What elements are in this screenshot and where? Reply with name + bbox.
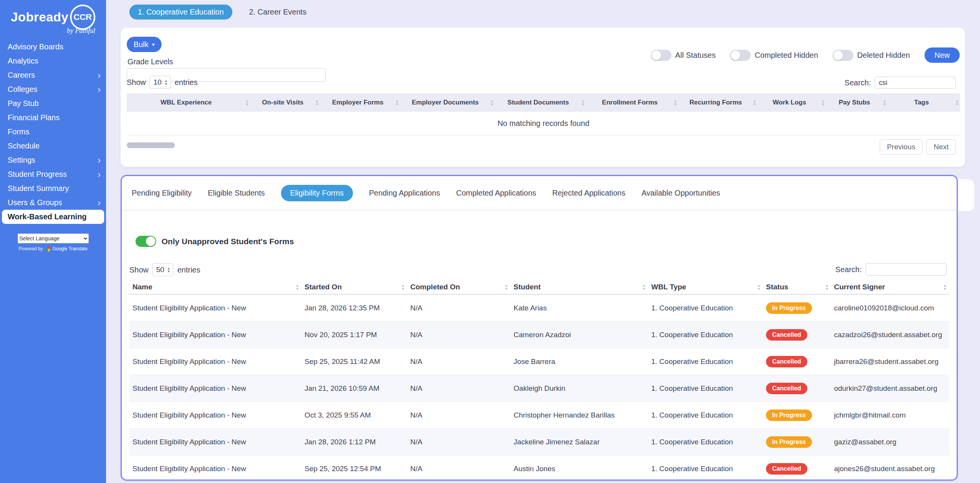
toggle-switch[interactable] [730, 50, 751, 61]
page-size-select[interactable]: 50 ▴▾ [152, 263, 173, 276]
tab-1-cooperative-education[interactable]: 1. Cooperative Education [129, 5, 232, 20]
toggle-switch[interactable] [651, 50, 671, 61]
sort-icon[interactable]: ▴▾ [826, 284, 828, 290]
sidebar-item-forms[interactable]: Forms [0, 125, 106, 139]
search-input[interactable] [866, 263, 947, 276]
column-header-employer-documents[interactable]: Employer Documents▴▾ [400, 93, 495, 112]
show-label: Show [129, 266, 149, 274]
cell-current-signer: jbarrera26@student.assabet.org [831, 357, 949, 366]
cell-completed-on: N/A [407, 304, 511, 312]
column-header-current-signer[interactable]: Current Signer▴▾ [831, 280, 949, 294]
sidebar-item-analytics[interactable]: Analytics [0, 54, 106, 68]
table-row[interactable]: Student Eligibility Application - NewNov… [129, 321, 949, 348]
status-badge: In Progress [766, 302, 812, 314]
sort-icon[interactable]: ▴▾ [884, 99, 886, 106]
toggle-switch[interactable] [833, 50, 853, 61]
sort-icon[interactable]: ▴▾ [505, 284, 508, 290]
tab-2-career-events[interactable]: 2. Career Events [249, 8, 307, 16]
cell-completed-on: N/A [407, 438, 511, 446]
column-header-student-documents[interactable]: Student Documents▴▾ [495, 93, 586, 112]
sort-icon[interactable]: ▴▾ [753, 99, 756, 106]
table-row[interactable]: Student Eligibility Application - NewSep… [129, 348, 949, 375]
sidebar-item-careers[interactable]: Careers› [0, 68, 106, 82]
search-input[interactable] [875, 77, 956, 89]
toggle-deleted-hidden[interactable]: Deleted Hidden [833, 50, 910, 61]
show-label: Show [127, 78, 146, 87]
sort-icon[interactable]: ▴▾ [758, 284, 760, 290]
sidebar-item-advisory-boards[interactable]: Advisory Boards [0, 40, 106, 54]
toggle-switch[interactable] [136, 236, 156, 247]
search-label: Search: [844, 78, 871, 87]
status-badge: Cancelled [766, 329, 807, 341]
sidebar-item-colleges[interactable]: Colleges› [0, 82, 106, 96]
sidebar-item-financial-plans[interactable]: Financial Plans [0, 111, 106, 125]
sidebar-item-schedule[interactable]: Schedule [0, 139, 106, 153]
page-size-select[interactable]: 10 ▴▾ [150, 76, 171, 89]
table-row[interactable]: Student Eligibility Application - NewJan… [129, 295, 949, 321]
column-header-status[interactable]: Status▴▾ [763, 280, 831, 294]
sidebar-item-pay-stub[interactable]: Pay Stub [0, 96, 106, 111]
toggle-only-unapproved-forms[interactable]: Only Unapproved Student's Forms [136, 236, 294, 247]
column-header-on-site-visits[interactable]: On-site Visits▴▾ [250, 93, 320, 112]
column-header-student[interactable]: Student▴▾ [511, 280, 648, 294]
sort-icon[interactable]: ▴▾ [491, 99, 493, 106]
sidebar-item-users-groups[interactable]: Users & Groups› [0, 196, 106, 210]
cell-current-signer: gaziz@assabet.org [831, 438, 949, 446]
column-header-completed-on[interactable]: Completed On▴▾ [407, 280, 511, 294]
column-header-started-on[interactable]: Started On▴▾ [302, 280, 407, 294]
bulk-button[interactable]: Bulk ▾ [127, 37, 162, 52]
tab-pending-eligibility[interactable]: Pending Eligibility [132, 189, 192, 197]
forms-table-body: Student Eligibility Application - NewJan… [129, 295, 949, 481]
sidebar-item-settings[interactable]: Settings› [0, 153, 106, 167]
column-header-tags[interactable]: Tags▴▾ [888, 93, 960, 112]
column-header-work-logs[interactable]: Work Logs▴▾ [758, 93, 826, 112]
app-logo[interactable]: Jobready CCR by Pathful [0, 0, 106, 35]
column-header-recurring-forms[interactable]: Recurring Forms▴▾ [678, 93, 758, 112]
status-badge: Cancelled [766, 463, 807, 475]
cell-name: Student Eligibility Application - New [129, 357, 302, 366]
language-select[interactable]: Select Language [18, 233, 89, 243]
column-header-pay-stubs[interactable]: Pay Stubs▴▾ [826, 93, 887, 112]
column-header-enrollment-forms[interactable]: Enrollment Forms▴▾ [586, 93, 678, 112]
toggle-completed-hidden[interactable]: Completed Hidden [730, 50, 818, 61]
cell-started-on: Jan 21, 2026 10:59 AM [302, 384, 407, 393]
sort-icon[interactable]: ▴▾ [944, 284, 946, 290]
google-translate-label: Google Translate [52, 246, 87, 251]
previous-button[interactable]: Previous [880, 139, 923, 155]
status-badge: In Progress [766, 410, 812, 421]
table-row[interactable]: Student Eligibility Application - NewJan… [129, 429, 949, 455]
toggle-all-statuses[interactable]: All Statuses [651, 50, 716, 61]
column-header-wbl-experience[interactable]: WBL Experience▴▾ [127, 93, 250, 112]
next-button[interactable]: Next [926, 139, 956, 155]
sidebar-item-student-progress[interactable]: Student Progress› [0, 167, 106, 181]
table-row[interactable]: Student Eligibility Application - NewJan… [129, 375, 949, 402]
experiences-panel: Bulk ▾ Grade Levels All StatusesComplete… [121, 28, 965, 167]
status-badge: Cancelled [766, 356, 807, 367]
table-row[interactable]: Student Eligibility Application - NewSep… [129, 455, 949, 481]
sidebar-item-work-based-learning[interactable]: Work-Based Learning [2, 210, 104, 224]
new-button[interactable]: New [924, 47, 960, 63]
cell-completed-on: N/A [407, 331, 511, 339]
sort-icon[interactable]: ▴▾ [956, 99, 958, 106]
sort-icon[interactable]: ▴▾ [822, 99, 824, 106]
tab-eligible-students[interactable]: Eligible Students [208, 189, 265, 197]
sort-icon[interactable]: ▴▾ [582, 99, 584, 106]
column-header-name[interactable]: Name▴▾ [129, 280, 302, 294]
horizontal-scrollbar-thumb[interactable] [127, 142, 175, 148]
sort-icon[interactable]: ▴▾ [402, 284, 404, 290]
sort-icon[interactable]: ▴▾ [396, 99, 399, 106]
sort-icon[interactable]: ▴▾ [643, 284, 645, 290]
sort-icon[interactable]: ▴▾ [246, 99, 248, 106]
tab-rejected-applications[interactable]: Rejected Applications [552, 189, 626, 197]
tab-pending-applications[interactable]: Pending Applications [369, 189, 440, 197]
sort-icon[interactable]: ▴▾ [316, 99, 318, 106]
tab-available-opportunities[interactable]: Available Opportunities [642, 189, 720, 197]
sort-icon[interactable]: ▴▾ [675, 99, 677, 106]
tab-completed-applications[interactable]: Completed Applications [456, 189, 536, 197]
column-header-wbl-type[interactable]: WBL Type▴▾ [648, 280, 763, 294]
column-header-employer-forms[interactable]: Employer Forms▴▾ [320, 93, 400, 112]
table-row[interactable]: Student Eligibility Application - NewOct… [129, 402, 949, 429]
sort-icon[interactable]: ▴▾ [296, 284, 299, 290]
sidebar-item-student-summary[interactable]: Student Summary [0, 181, 106, 196]
tab-eligibility-forms[interactable]: Eligibility Forms [281, 185, 353, 201]
